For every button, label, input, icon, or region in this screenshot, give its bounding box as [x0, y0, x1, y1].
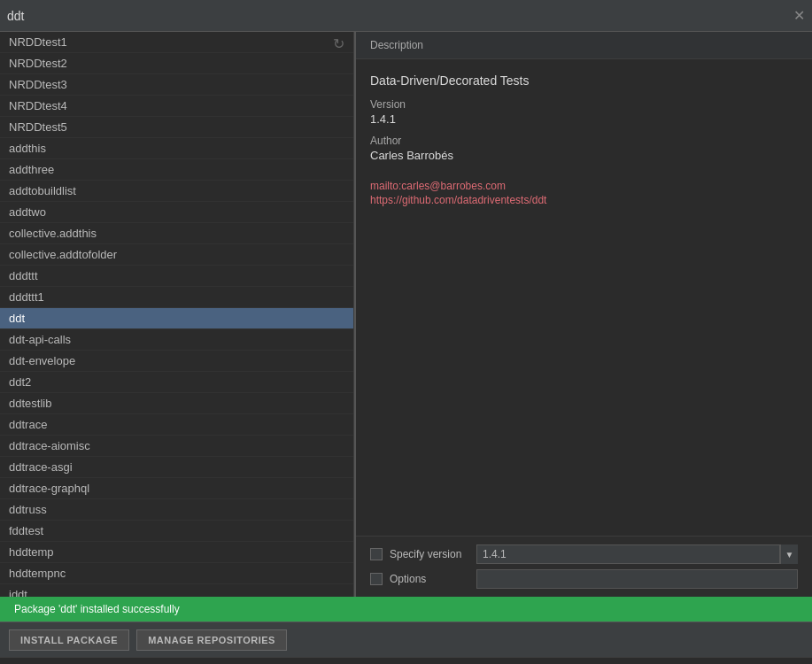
author-value: Carles Barrobés [370, 149, 798, 162]
package-item[interactable]: ddt-envelope [0, 351, 353, 372]
terminal-bar: nimal ⇧ Package 'ddt' installed successf… [0, 657, 812, 664]
refresh-icon[interactable]: ↻ [333, 35, 344, 52]
version-wrapper: ▼ [476, 544, 798, 564]
main-content: ↻ NRDDtest1NRDDtest2NRDDtest3NRDDtest4NR… [0, 32, 812, 597]
version-label: Version [370, 98, 798, 111]
package-item[interactable]: ddt-api-calls [0, 329, 353, 351]
mailto-link[interactable]: mailto:carles@barrobes.com [370, 180, 798, 192]
package-item[interactable]: ddtrace-graphql [0, 478, 353, 499]
package-item[interactable]: ddt2 [0, 372, 353, 393]
package-item[interactable]: NRDDtest2 [0, 53, 353, 74]
package-item[interactable]: hddtempnc [0, 563, 353, 584]
description-panel: Description Data-Driven/Decorated Tests … [354, 32, 812, 597]
version-input[interactable] [476, 544, 780, 564]
options-checkbox[interactable] [370, 573, 383, 585]
package-item[interactable]: collective.addtofolder [0, 244, 353, 266]
package-item[interactable]: addtobuildlist [0, 181, 353, 202]
options-area: Specify version ▼ Options [356, 536, 812, 597]
manage-repositories-button[interactable]: MANAGE REPOSITORIES [136, 629, 287, 651]
author-label: Author [370, 135, 798, 147]
success-bar: Package 'ddt' installed successfully [0, 597, 812, 622]
package-item[interactable]: addthree [0, 159, 353, 181]
specify-version-row: Specify version ▼ [370, 542, 798, 567]
description-body: Data-Driven/Decorated Tests Version 1.4.… [356, 59, 812, 536]
description-header-label: Description [370, 39, 423, 51]
package-item[interactable]: addtwo [0, 202, 353, 223]
package-item[interactable]: NRDDtest3 [0, 74, 353, 96]
package-item[interactable]: ddtestlib [0, 393, 353, 414]
package-item[interactable]: collective.addthis [0, 223, 353, 244]
package-item[interactable]: hddtemp [0, 542, 353, 563]
version-value: 1.4.1 [370, 112, 798, 126]
package-item[interactable]: ddtrace-aiomisc [0, 436, 353, 457]
options-label: Options [390, 573, 469, 585]
search-bar: ✕ [0, 0, 812, 32]
github-link[interactable]: https://github.com/datadriventests/ddt [370, 194, 798, 206]
success-message: Package 'ddt' installed successfully [14, 603, 180, 615]
package-title: Data-Driven/Decorated Tests [370, 73, 798, 88]
package-item[interactable]: fddtest [0, 521, 353, 542]
action-bar: INSTALL PACKAGE MANAGE REPOSITORIES [0, 622, 812, 657]
package-item[interactable]: iddt [0, 584, 353, 597]
install-package-button[interactable]: INSTALL PACKAGE [9, 629, 129, 651]
search-clear-icon[interactable]: ✕ [793, 9, 805, 23]
package-item[interactable]: ddt [0, 308, 353, 329]
specify-version-label: Specify version [390, 548, 469, 560]
package-item[interactable]: ddtrace [0, 414, 353, 436]
package-item[interactable]: NRDDtest4 [0, 96, 353, 117]
package-item[interactable]: addthis [0, 138, 353, 159]
specify-version-checkbox[interactable] [370, 548, 383, 560]
package-item[interactable]: ddtruss [0, 499, 353, 521]
package-item[interactable]: NRDDtest1 [0, 32, 353, 53]
description-header: Description [356, 32, 812, 59]
package-item[interactable]: dddttt1 [0, 287, 353, 308]
search-input[interactable] [7, 9, 793, 23]
package-item[interactable]: dddttt [0, 266, 353, 287]
package-list: ↻ NRDDtest1NRDDtest2NRDDtest3NRDDtest4NR… [0, 32, 354, 597]
options-row: Options [370, 567, 798, 591]
package-item[interactable]: ddtrace-asgi [0, 457, 353, 478]
version-dropdown-button[interactable]: ▼ [780, 544, 798, 564]
package-item[interactable]: NRDDtest5 [0, 117, 353, 138]
